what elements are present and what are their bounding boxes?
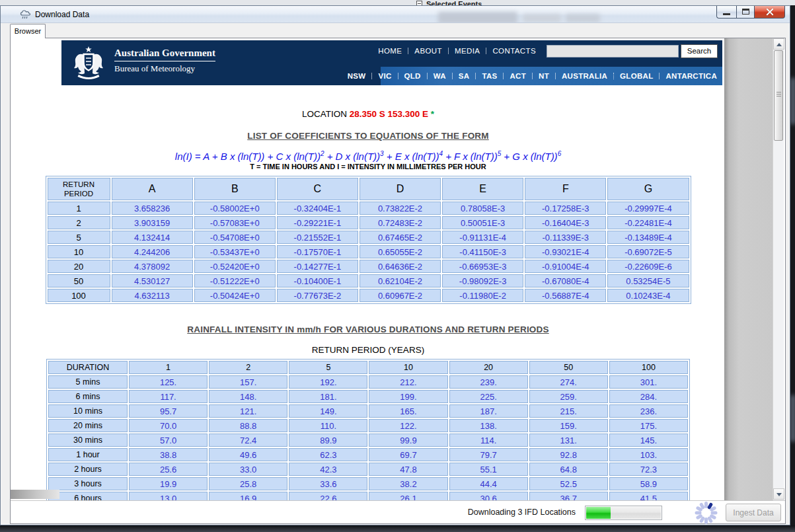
region-nav-link[interactable]: ANTARCTICA: [665, 72, 717, 80]
coefficient-cell: -0.17570E-1: [277, 245, 358, 258]
intensity-cell: 95.7: [129, 404, 208, 418]
intensity-cell: 117.: [129, 390, 208, 403]
table-row: 23.903159-0.57083E+0-0.29221E-10.72483E-…: [48, 216, 689, 229]
intensity-cell: 175.: [609, 419, 688, 432]
browser-viewport: Australian Government Bureau of Meteorol…: [11, 38, 785, 500]
desktop-bottom-strip: [0, 525, 795, 532]
intensity-cell: 25.8: [209, 477, 287, 490]
duration-cell: 6 hours: [48, 492, 128, 500]
maximize-button[interactable]: [736, 6, 755, 19]
coefficient-cell: 0.67465E-2: [360, 231, 441, 244]
table-header-row: DURATION125102050100: [48, 361, 688, 374]
column-header: D: [360, 178, 441, 200]
region-nav-link[interactable]: VIC: [378, 72, 391, 80]
top-nav-link[interactable]: ABOUT: [414, 47, 442, 55]
bureau-title: Bureau of Meteorology: [114, 63, 215, 74]
coefficient-cell: -0.91004E-4: [525, 260, 606, 273]
nav-separator-icon: [448, 48, 449, 54]
close-button[interactable]: [755, 6, 785, 19]
intensity-cell: 236.: [609, 404, 688, 418]
region-nav-link[interactable]: NT: [539, 72, 549, 80]
formula-text: + E x (ln(T)): [384, 151, 439, 162]
scroll-down-button[interactable]: [773, 488, 784, 500]
browser-gutter: [724, 38, 773, 500]
background-window: Selected Events: [0, 0, 795, 5]
top-nav-link[interactable]: CONTACTS: [492, 47, 536, 55]
app-window: Download Data Browser: [0, 5, 790, 525]
region-nav-link[interactable]: NSW: [348, 72, 366, 80]
region-nav-link[interactable]: QLD: [404, 72, 421, 80]
column-header: RETURN PERIOD: [48, 178, 110, 200]
return-period-cell: 2: [48, 216, 110, 229]
intensity-cell: 259.: [529, 390, 608, 403]
coefficient-cell: -0.69072E-5: [607, 245, 689, 258]
nav-separator-icon: [659, 73, 660, 79]
intensity-cell: 69.7: [369, 448, 447, 461]
location-label: LOCATION: [302, 109, 347, 119]
top-nav-link[interactable]: HOME: [378, 47, 402, 55]
intensity-cell: 25.6: [129, 463, 208, 476]
coefficient-cell: 0.53254E-5: [607, 274, 689, 287]
region-nav-link[interactable]: AUSTRALIA: [562, 72, 607, 80]
download-progress-bar: [585, 506, 662, 520]
top-nav-link[interactable]: MEDIA: [455, 47, 480, 55]
intensity-cell: 16.9: [209, 492, 287, 500]
duration-cell: 2 hours: [48, 463, 128, 476]
intensity-cell: 13.0: [129, 492, 208, 500]
column-header: 5: [289, 361, 367, 374]
location-line: LOCATION 28.350 S 153.300 E *: [12, 109, 724, 119]
intensity-cell: 62.3: [289, 448, 367, 461]
column-header: DURATION: [48, 361, 128, 374]
window-titlebar[interactable]: Download Data: [1, 6, 790, 23]
intensity-cell: 103.: [609, 448, 688, 461]
arrow-up-icon: [776, 43, 782, 46]
progress-fill: [586, 507, 611, 519]
gov-title: Australian Government: [114, 48, 215, 61]
coefficients-formula: ln(I) = A + B x (ln(T)) + C x (ln(T))2 +…: [12, 150, 724, 162]
search-button[interactable]: Search: [681, 44, 718, 58]
intensity-cell: 148.: [209, 390, 287, 403]
vertical-scrollbar[interactable]: [773, 38, 784, 500]
ingest-data-button[interactable]: Ingest Data: [726, 504, 781, 521]
coefficient-cell: 4.632113: [112, 289, 193, 302]
duration-cell: 3 hours: [48, 477, 128, 490]
region-nav-link[interactable]: SA: [459, 72, 470, 80]
coat-of-arms-icon: [69, 44, 108, 81]
coefficient-cell: 4.378092: [112, 260, 193, 273]
intensity-cell: 122.: [369, 419, 447, 432]
intensity-cell: 92.8: [529, 448, 608, 461]
coefficient-cell: 3.903159: [112, 216, 193, 229]
coefficient-cell: 0.10243E-4: [607, 289, 689, 302]
top-nav: HOMEABOUTMEDIACONTACTS Search: [378, 44, 718, 58]
region-nav: NSWVICQLDWASATASACTNTAUSTRALIAGLOBALANTA…: [348, 67, 717, 85]
nav-separator-icon: [371, 73, 372, 79]
intensity-cell: 138.: [449, 419, 528, 432]
region-nav-link[interactable]: WA: [434, 72, 446, 80]
horizontal-scrollbar-fragment: [11, 490, 59, 499]
table-row: 6 hours13.016.922.626.130.636.741.5: [48, 492, 688, 500]
minimize-button[interactable]: [716, 6, 736, 19]
intensity-cell: 199.: [369, 390, 447, 403]
nav-separator-icon: [398, 73, 398, 79]
coefficient-cell: -0.29997E-4: [607, 202, 689, 215]
tab-browser[interactable]: Browser: [10, 24, 46, 38]
column-header: C: [277, 178, 358, 200]
region-nav-link[interactable]: GLOBAL: [620, 72, 653, 80]
coefficient-cell: -0.54708E+0: [194, 231, 276, 244]
scroll-up-button[interactable]: [773, 38, 784, 50]
coefficient-cell: 0.64636E-2: [360, 260, 441, 273]
nav-separator-icon: [532, 73, 533, 79]
search-input[interactable]: [547, 45, 679, 57]
column-header: G: [607, 178, 689, 200]
return-period-cell: 20: [48, 260, 110, 273]
column-header: F: [525, 178, 606, 200]
region-nav-link[interactable]: TAS: [482, 72, 497, 80]
coefficient-cell: -0.57083E+0: [194, 216, 276, 229]
scrollbar-thumb[interactable]: [774, 50, 783, 141]
coefficient-cell: -0.41150E-3: [442, 245, 523, 258]
coefficients-heading: LIST OF COEFFICIENTS TO EQUATIONS OF THE…: [12, 131, 724, 141]
column-header: 10: [369, 361, 447, 374]
region-nav-link[interactable]: ACT: [510, 72, 526, 80]
duration-cell: 5 mins: [48, 375, 128, 389]
coefficient-cell: -0.77673E-2: [277, 289, 358, 302]
